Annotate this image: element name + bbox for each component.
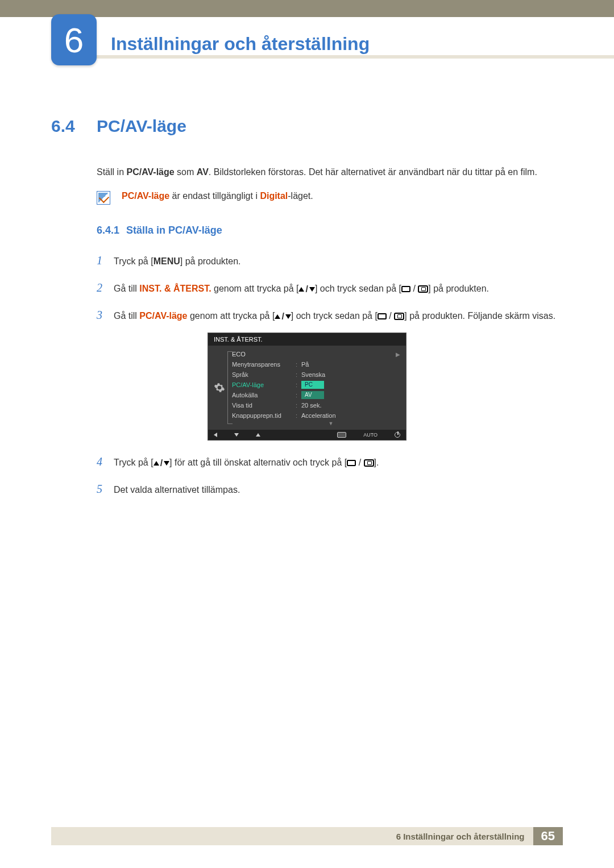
osd-enter-icon bbox=[337, 432, 346, 438]
chapter-title: Inställningar och återställning bbox=[111, 34, 370, 55]
osd-auto-val: AV bbox=[301, 391, 390, 399]
note-digital: Digital bbox=[260, 191, 288, 201]
osd-power-icon bbox=[395, 432, 400, 438]
step-3-num: 3 bbox=[97, 305, 114, 325]
intro-mid1: som bbox=[175, 167, 197, 177]
updown-icon: / bbox=[298, 281, 314, 297]
step-1-num: 1 bbox=[97, 251, 114, 270]
step-4-text: Tryck på [/] för att gå till önskat alte… bbox=[114, 455, 563, 471]
osd-option-pc: PC bbox=[301, 381, 324, 389]
intro-term2: AV bbox=[197, 167, 209, 177]
osd-more-icon: ▼ bbox=[262, 421, 400, 426]
content: 6.4 PC/AV-läge Ställ in PC/AV-läge som A… bbox=[0, 65, 614, 499]
s2-mid: genom att trycka på [ bbox=[211, 284, 299, 293]
s2-post: ] på produkten. bbox=[428, 284, 489, 293]
source-icon-2 bbox=[394, 313, 404, 320]
updown-icon-3: / bbox=[154, 455, 169, 471]
osd-row-transparency: Menytransparens : På bbox=[227, 359, 400, 369]
s1-post: ] på produkten. bbox=[180, 256, 241, 266]
note-term: PC/AV-läge bbox=[122, 191, 169, 201]
osd-pcav-val: PC bbox=[301, 381, 390, 389]
osd-trans-label: Menytransparens bbox=[227, 361, 296, 368]
page-footer: 6 Inställningar och återställning 65 bbox=[0, 827, 614, 845]
section-heading: 6.4 PC/AV-läge bbox=[51, 117, 563, 136]
osd-back-icon bbox=[214, 433, 217, 437]
step-5-text: Det valda alternativet tillämpas. bbox=[114, 482, 563, 497]
step-2-num: 2 bbox=[97, 278, 114, 297]
osd-footer: AUTO bbox=[208, 430, 406, 440]
osd-trans-val: På bbox=[301, 361, 390, 368]
s1-pre: Tryck på [ bbox=[114, 256, 154, 266]
rect-icon-2 bbox=[377, 313, 387, 319]
osd-screenshot: INST. & ÅTERST. ECO ▶ Menytransparens : … bbox=[208, 333, 406, 441]
step-5-num: 5 bbox=[97, 479, 114, 499]
s2-mid2: ] och tryck sedan på [ bbox=[315, 284, 401, 293]
section-title: PC/AV-läge bbox=[97, 117, 186, 136]
osd-row-language: Språk : Svenska bbox=[227, 369, 400, 380]
footer-page-number: 65 bbox=[533, 827, 563, 845]
intro-pre: Ställ in bbox=[97, 167, 126, 177]
s3-mid: genom att trycka på [ bbox=[188, 311, 275, 321]
osd-key-val: Acceleration bbox=[301, 412, 390, 419]
step-4-num: 4 bbox=[97, 452, 114, 471]
osd-pcav-label: PC/AV-läge bbox=[227, 381, 296, 388]
intro-term1: PC/AV-läge bbox=[126, 167, 174, 177]
chapter-number: 6 bbox=[64, 20, 84, 60]
note-mid: är endast tillgängligt i bbox=[169, 191, 260, 201]
osd-row-pcav: PC/AV-läge : PC bbox=[227, 380, 400, 390]
note-icon bbox=[97, 191, 110, 205]
step-1: 1 Tryck på [MENU] på produkten. bbox=[97, 251, 563, 270]
note: PC/AV-läge är endast tillgängligt i Digi… bbox=[97, 191, 563, 205]
intro-post: . Bildstorleken förstoras. Det här alter… bbox=[209, 167, 537, 177]
rect-icon bbox=[401, 286, 410, 292]
chapter-title-wrap: Inställningar och återställning bbox=[97, 14, 614, 65]
step-2: 2 Gå till INST. & ÅTERST. genom att tryc… bbox=[97, 278, 563, 297]
s4-mid: ] för att gå till önskat alternativ och … bbox=[169, 458, 347, 467]
osd-title: INST. & ÅTERST. bbox=[208, 333, 406, 346]
subsection-heading: 6.4.1 Ställa in PC/AV-läge bbox=[97, 225, 563, 236]
osd-time-val: 20 sek. bbox=[301, 402, 390, 409]
osd-bracket bbox=[227, 351, 231, 424]
intro-text: Ställ in PC/AV-läge som AV. Bildstorleke… bbox=[97, 164, 563, 180]
s3-post: ] på produkten. Följande skärm visas. bbox=[404, 311, 555, 321]
note-text: PC/AV-läge är endast tillgängligt i Digi… bbox=[122, 191, 313, 201]
s1-menu: MENU bbox=[154, 256, 180, 266]
osd-row-displaytime: Visa tid : 20 sek. bbox=[227, 400, 400, 410]
updown-icon-2: / bbox=[275, 309, 291, 324]
footer-text: 6 Inställningar och återställning bbox=[388, 827, 533, 845]
step-3-text: Gå till PC/AV-läge genom att trycka på [… bbox=[114, 308, 563, 324]
source-icon-3 bbox=[364, 459, 374, 467]
rect-icon-3 bbox=[347, 460, 356, 466]
s3-term: PC/AV-läge bbox=[139, 311, 187, 321]
caret-right-icon: ▶ bbox=[390, 351, 400, 358]
subsection-number: 6.4.1 bbox=[97, 225, 119, 236]
section-number: 6.4 bbox=[51, 117, 97, 136]
step-2-text: Gå till INST. & ÅTERST. genom att trycka… bbox=[114, 281, 563, 297]
osd-down-icon bbox=[234, 433, 239, 437]
osd-row-eco: ECO ▶ bbox=[227, 349, 400, 359]
chapter-badge: 6 bbox=[51, 14, 97, 65]
osd-row-keyrepeat: Knappupprepn.tid : Acceleration bbox=[227, 410, 400, 421]
step-5: 5 Det valda alternativet tillämpas. bbox=[97, 479, 563, 499]
chapter-header: 6 Inställningar och återställning bbox=[0, 14, 614, 65]
chapter-underline bbox=[97, 55, 614, 59]
source-icon bbox=[418, 285, 428, 293]
osd-body: ECO ▶ Menytransparens : På Språk : Svens… bbox=[208, 346, 406, 430]
osd-lang-label: Språk bbox=[227, 371, 296, 378]
gear-icon bbox=[211, 349, 227, 426]
footer-bar bbox=[51, 827, 388, 845]
step-1-text: Tryck på [MENU] på produkten. bbox=[114, 254, 563, 269]
osd-eco-label: ECO bbox=[227, 351, 296, 358]
subsection-title: Ställa in PC/AV-läge bbox=[126, 225, 222, 236]
osd-lang-val: Svenska bbox=[301, 371, 390, 378]
note-post: -läget. bbox=[288, 191, 313, 201]
osd-up-icon bbox=[256, 433, 260, 437]
osd-time-label: Visa tid bbox=[227, 402, 296, 409]
s4-pre: Tryck på [ bbox=[114, 458, 154, 467]
osd-auto-label: AUTO bbox=[363, 432, 377, 438]
s3-pre: Gå till bbox=[114, 311, 139, 321]
s2-term: INST. & ÅTERST. bbox=[139, 284, 211, 293]
s2-pre: Gå till bbox=[114, 284, 139, 293]
osd-list: ECO ▶ Menytransparens : På Språk : Svens… bbox=[227, 349, 400, 426]
step-4: 4 Tryck på [/] för att gå till önskat al… bbox=[97, 452, 563, 471]
